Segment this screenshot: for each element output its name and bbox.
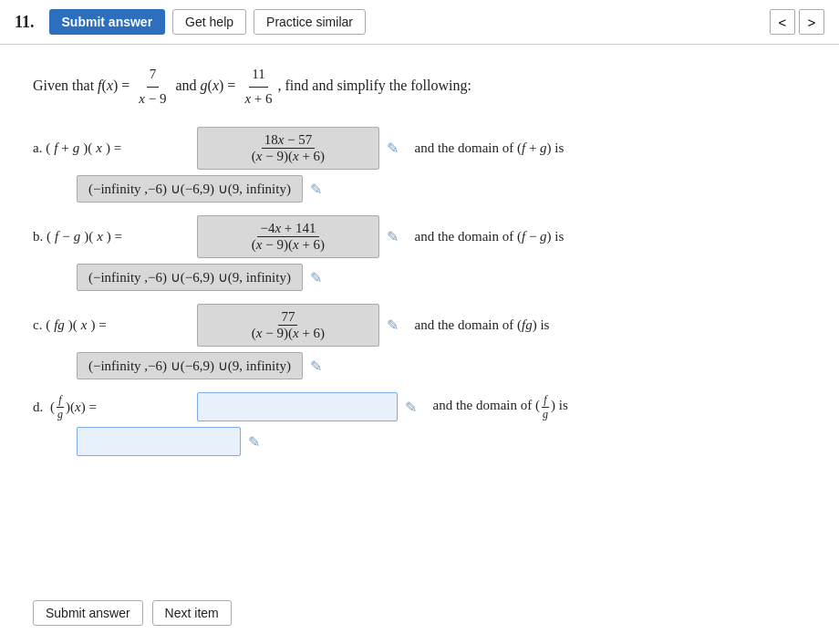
bottom-bar: Submit answer Next item bbox=[33, 600, 232, 626]
top-bar: 11. Submit answer Get help Practice simi… bbox=[0, 0, 839, 45]
nav-right-button[interactable]: > bbox=[799, 9, 824, 35]
part-a-answer: 18x − 57 (x − 9)(x + 6) bbox=[197, 127, 379, 170]
part-a-domain-edit-icon[interactable]: ✎ bbox=[310, 181, 322, 198]
part-b-domain-row: (−infinity ,−6) ∪(−6,9) ∪(9, infinity) ✎ bbox=[77, 264, 806, 291]
part-d-domain-edit-icon[interactable]: ✎ bbox=[248, 433, 260, 451]
part-a-edit-icon[interactable]: ✎ bbox=[387, 140, 399, 157]
part-b-domain-label: and the domain of (f − g) is bbox=[408, 229, 564, 244]
part-c-fraction: 77 (x − 9)(x + 6) bbox=[249, 309, 327, 341]
part-c-edit-icon[interactable]: ✎ bbox=[387, 317, 399, 334]
f-fraction: 7 x − 9 bbox=[136, 63, 169, 110]
submit-answer-bottom-button[interactable]: Submit answer bbox=[33, 600, 143, 626]
part-c-domain-value: (−infinity ,−6) ∪(−6,9) ∪(9, infinity) bbox=[77, 352, 303, 379]
part-d-domain-small-fraction: f g bbox=[541, 393, 550, 421]
part-b-row: b. (f − g)(x) = −4x + 141 (x − 9)(x + 6)… bbox=[33, 215, 806, 258]
f-definition: f bbox=[98, 78, 101, 93]
part-b-answer: −4x + 141 (x − 9)(x + 6) bbox=[197, 215, 379, 258]
part-d-small-fraction: f g bbox=[56, 393, 65, 421]
part-d-domain-input[interactable] bbox=[77, 427, 241, 456]
part-d-answer-input[interactable] bbox=[197, 392, 398, 421]
part-b-fraction: −4x + 141 (x − 9)(x + 6) bbox=[249, 221, 327, 253]
nav-area: < > bbox=[770, 9, 824, 35]
part-b-domain-value: (−infinity ,−6) ∪(−6,9) ∪(9, infinity) bbox=[77, 264, 303, 291]
next-item-button[interactable]: Next item bbox=[152, 600, 232, 626]
submit-answer-top-button[interactable]: Submit answer bbox=[49, 9, 166, 35]
part-c-domain-row: (−infinity ,−6) ∪(−6,9) ∪(9, infinity) ✎ bbox=[77, 352, 806, 379]
part-c-domain-label: and the domain of (fg) is bbox=[408, 317, 549, 333]
part-d-domain-label: and the domain of ( f g ) is bbox=[426, 393, 568, 421]
part-c-answer: 77 (x − 9)(x + 6) bbox=[197, 304, 379, 347]
part-a-label: a. (f + g)(x) = bbox=[33, 140, 197, 156]
content-area: Given that f(x) = 7 x − 9 and g(x) = 11 … bbox=[0, 45, 839, 483]
problem-number: 11. bbox=[15, 13, 35, 32]
part-b-label: b. (f − g)(x) = bbox=[33, 229, 197, 244]
g-fraction: 11 x + 6 bbox=[242, 63, 274, 110]
part-c-label: c. (fg)(x) = bbox=[33, 317, 197, 333]
part-b-domain-edit-icon[interactable]: ✎ bbox=[310, 269, 322, 286]
part-c-domain-edit-icon[interactable]: ✎ bbox=[310, 358, 322, 375]
part-a-domain-label: and the domain of (f + g) is bbox=[408, 140, 564, 156]
practice-similar-button[interactable]: Practice similar bbox=[254, 9, 366, 35]
nav-left-button[interactable]: < bbox=[770, 9, 795, 35]
part-d-edit-icon[interactable]: ✎ bbox=[405, 399, 417, 416]
part-a-row: a. (f + g)(x) = 18x − 57 (x − 9)(x + 6) … bbox=[33, 127, 806, 170]
part-d-label: d. ( f g )(x) = bbox=[33, 393, 197, 421]
part-d-domain-row: ✎ bbox=[77, 427, 806, 456]
get-help-button[interactable]: Get help bbox=[172, 9, 246, 35]
part-a-domain-row: (−infinity ,−6) ∪(−6,9) ∪(9, infinity) ✎ bbox=[77, 175, 806, 203]
part-d-row: d. ( f g )(x) = ✎ and the domain of ( f … bbox=[33, 392, 806, 421]
problem-statement: Given that f(x) = 7 x − 9 and g(x) = 11 … bbox=[33, 63, 806, 110]
part-c-row: c. (fg)(x) = 77 (x − 9)(x + 6) ✎ and the… bbox=[33, 304, 806, 347]
part-b-edit-icon[interactable]: ✎ bbox=[387, 228, 399, 245]
part-a-fraction: 18x − 57 (x − 9)(x + 6) bbox=[249, 132, 327, 164]
part-a-domain-value: (−infinity ,−6) ∪(−6,9) ∪(9, infinity) bbox=[77, 175, 303, 203]
